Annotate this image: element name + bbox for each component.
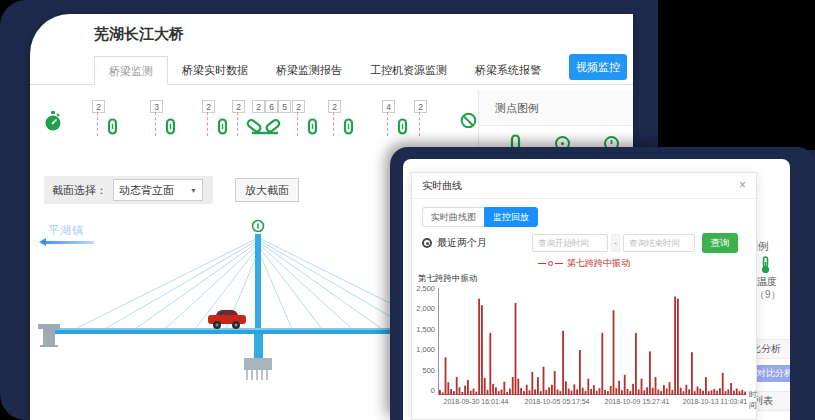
bridge-tower-lower — [254, 334, 263, 358]
dialog-title: 实时曲线 — [422, 180, 462, 191]
sensor-group: 2 — [328, 96, 341, 114]
temperature-count: （9） — [755, 288, 781, 302]
range-separator: - — [611, 234, 620, 252]
zoom-section-button[interactable]: 放大截面 — [235, 178, 299, 202]
tab-monitor-report[interactable]: 桥梁监测报告 — [262, 56, 356, 85]
tab-realtime-data[interactable]: 桥梁实时数据 — [168, 56, 262, 85]
page-title: 芜湖长江大桥 — [94, 25, 184, 44]
sensor-group: 2 — [202, 96, 215, 114]
dashed-marker — [387, 112, 388, 136]
x-tick-label: 2018-10-09 15:27:41 — [605, 398, 670, 405]
x-tick-label: 2018-10-13 11:03:41 — [683, 398, 747, 405]
legend-panel-title: 测点图例 — [479, 90, 633, 126]
sensor-count-badge: 2 — [292, 100, 305, 113]
query-button[interactable]: 查询 — [702, 233, 738, 253]
sensor-group-cluster: 265 — [252, 96, 291, 114]
sensor-count-badge: 3 — [150, 100, 163, 113]
tab-realtime-curve[interactable]: 实时曲线图 — [422, 207, 484, 227]
x-tick-label: 2018-09-30 16:01:44 — [444, 398, 509, 405]
sensor-cluster-icon[interactable] — [246, 114, 290, 140]
x-axis-name: 时间 — [749, 389, 757, 411]
sensor-count-badge: 2 — [232, 100, 245, 113]
x-tick-label: 2018-10-05 05:17:54 — [525, 398, 590, 405]
section-toolbar: 截面选择： 动态背立面 ▼ 放大截面 — [44, 176, 299, 204]
chain-link-icon[interactable] — [342, 118, 355, 140]
sensor-count-badge: 2 — [414, 100, 427, 113]
sensor-count-badge: 5 — [278, 100, 291, 113]
no-entry-icon[interactable] — [460, 112, 477, 133]
radio-dot-icon — [422, 238, 432, 248]
section-select-label: 截面选择： — [52, 183, 107, 198]
bridge-tower — [255, 234, 261, 330]
vibration-chart: 第七跨跨中振动 2,500 2,000 1,500 1,000 500 0 20… — [412, 271, 756, 419]
radio-label: 最近两个月 — [437, 236, 487, 250]
chain-link-icon[interactable] — [164, 118, 177, 140]
bridge-center-pier — [244, 358, 272, 380]
query-row: 最近两个月 - 查询 — [412, 233, 756, 255]
dashed-marker — [333, 112, 334, 136]
chain-link-icon[interactable] — [396, 118, 409, 140]
desktop-background: 芜湖长江大桥 桥梁监测 桥梁实时数据 桥梁监测报告 工控机资源监测 桥梁系统报警… — [0, 0, 815, 420]
dashed-marker — [155, 112, 156, 136]
chart-bars — [438, 288, 746, 395]
dashed-marker — [97, 112, 98, 136]
radio-last-two-months[interactable]: 最近两个月 — [422, 236, 487, 250]
legend-label: 第七跨跨中振动 — [567, 258, 630, 268]
sensor-group: 2 — [232, 96, 245, 114]
dashed-marker — [207, 112, 208, 136]
temperature-label: 温度 — [757, 275, 777, 289]
tab-system-alarm[interactable]: 桥梁系统报警 — [461, 56, 555, 85]
chain-link-icon[interactable] — [216, 118, 229, 140]
dashed-marker — [297, 112, 298, 136]
sensor-group: 4 — [382, 96, 395, 114]
sensor-group: 2 — [414, 96, 427, 114]
main-tabbar: 桥梁监测 桥梁实时数据 桥梁监测报告 工控机资源监测 桥梁系统报警 视频监控 — [30, 56, 633, 85]
section-select-group: 截面选择： 动态背立面 ▼ — [44, 176, 213, 204]
sensor-count-badge: 2 — [252, 100, 265, 113]
dashed-marker — [237, 112, 238, 136]
chart-legend[interactable]: 第七跨跨中振动 — [412, 257, 756, 270]
chain-link-icon[interactable] — [106, 118, 119, 140]
sensor-row: 2 3 2 2 265 — [30, 90, 478, 148]
chain-link-icon[interactable] — [306, 118, 319, 140]
sensor-count-badge: 2 — [92, 100, 105, 113]
section-select-dropdown[interactable]: 动态背立面 ▼ — [113, 179, 203, 201]
realtime-curve-dialog: 实时曲线 × 实时曲线图 监控回放 最近两个月 - 查询 — [411, 172, 757, 420]
dialog-header: 实时曲线 × — [412, 173, 756, 199]
y-axis-labels: 2,500 2,000 1,500 1,000 500 0 — [412, 284, 435, 395]
section-select-value: 动态背立面 — [119, 183, 174, 198]
tab-playback[interactable]: 监控回放 — [484, 207, 538, 227]
stopwatch-icon[interactable] — [44, 110, 62, 136]
sensor-group: 2 — [292, 96, 305, 114]
tab-bridge-monitor[interactable]: 桥梁监测 — [94, 56, 168, 85]
playback-window: 测点图例 温度 （9） 对比分析 对比分析 测点列表 实时曲线 × — [390, 147, 815, 420]
query-start-input[interactable] — [532, 234, 608, 252]
video-monitor-button[interactable]: 视频监控 — [569, 54, 627, 80]
sensor-group: 3 — [150, 96, 163, 114]
sensor-count-badge: 2 — [328, 100, 341, 113]
query-end-input[interactable] — [623, 234, 695, 252]
caret-down-icon: ▼ — [190, 187, 197, 194]
legend-marker-icon — [538, 261, 563, 266]
playback-window-content: 测点图例 温度 （9） 对比分析 对比分析 测点列表 实时曲线 × — [403, 159, 790, 420]
bridge-left-pier — [38, 324, 60, 347]
close-icon[interactable]: × — [739, 178, 746, 192]
sensor-count-badge: 2 — [202, 100, 215, 113]
tab-ipc-resource[interactable]: 工控机资源监测 — [356, 56, 461, 85]
dashed-marker — [419, 112, 420, 136]
sensor-count-badge: 6 — [265, 100, 278, 113]
dialog-tabbar: 实时曲线图 监控回放 — [422, 207, 538, 227]
sensor-group: 2 — [92, 96, 105, 114]
desktop-black-area — [658, 0, 815, 150]
sensor-count-badge: 4 — [382, 100, 395, 113]
